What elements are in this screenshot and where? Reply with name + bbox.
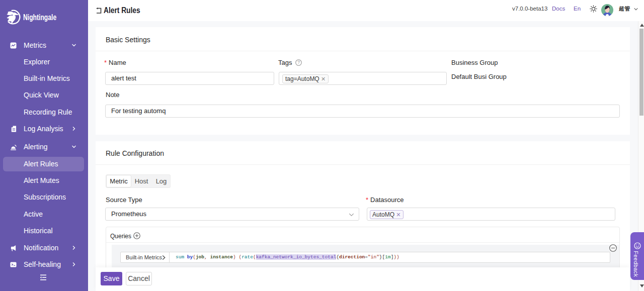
svg-text:?: ? (297, 60, 300, 65)
